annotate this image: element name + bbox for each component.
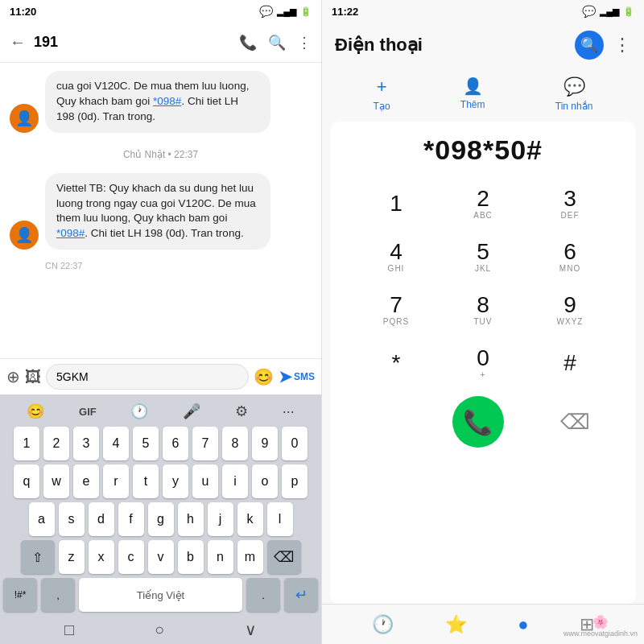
key-d[interactable]: d [89,502,114,536]
key-7[interactable]: 7 [192,427,218,460]
key-shift[interactable]: ⇧ [21,540,55,574]
key-enter[interactable]: ↵ [284,578,318,612]
key-y[interactable]: y [163,464,188,498]
input-toolbar: ⊕ 🖼 😊 ➤ SMS [0,358,321,394]
key-delete[interactable]: ⌫ [267,540,301,574]
status-icons-left: 💬 ▂▄▆ 🔋 [259,5,312,18]
settings-tool[interactable]: ⚙ [235,402,248,420]
key-u[interactable]: u [192,464,218,498]
keypad-grid: 1 2 ABC 3 DEF 4 GHI 5 JKL 6 MNO [354,179,612,388]
add-icon[interactable]: ⊕ [6,367,20,386]
key-v[interactable]: v [148,540,174,574]
battery-icon: 🔋 [300,6,312,17]
key-dial-6[interactable]: 6 MNO [528,232,612,282]
search-circle-button[interactable]: 🔍 [575,31,604,60]
key-q[interactable]: q [14,464,39,498]
nav-favorites[interactable]: ⭐ [445,614,467,635]
chat-header: ← 191 📞 🔍 ⋮ [0,23,321,63]
key-6[interactable]: 6 [163,427,188,460]
key-p[interactable]: p [282,464,308,498]
message-bubble-2: Viettel TB: Quy khach da su dung het luu… [45,173,270,250]
key-dial-1[interactable]: 1 [354,179,438,229]
message-group-2: 👤 Viettel TB: Quy khach da su dung het l… [10,173,312,250]
key-dial-3[interactable]: 3 DEF [528,179,612,229]
gif-tool[interactable]: GIF [79,406,97,418]
backspace-button[interactable]: ⌫ [552,402,598,443]
keyboard-toolbar: 😊 GIF 🕐 🎤 ⚙ ··· [3,399,318,427]
key-b[interactable]: b [178,540,204,574]
key-f[interactable]: f [118,502,144,536]
emoji-icon[interactable]: 😊 [254,367,274,386]
send-button[interactable]: ➤ SMS [279,367,315,386]
search-button-left[interactable]: 🔍 [268,34,286,52]
key-w[interactable]: w [43,464,69,498]
key-e[interactable]: e [73,464,99,498]
key-h[interactable]: h [178,502,204,536]
nav-contacts[interactable]: ● [518,614,528,635]
image-icon[interactable]: 🖼 [25,368,41,386]
kb-row-z: ⇧ z x c v b n m ⌫ [3,540,318,574]
nav-recent-calls[interactable]: 🕐 [372,614,394,635]
key-g[interactable]: g [148,502,174,536]
key-a[interactable]: a [29,502,55,536]
key-i[interactable]: i [222,464,248,498]
key-dial-5[interactable]: 5 JKL [441,232,525,282]
key-r[interactable]: r [103,464,129,498]
back-button[interactable]: ← [10,33,26,52]
key-dial-9[interactable]: 9 WXYZ [528,285,612,335]
key-symbols[interactable]: !#* [3,578,37,612]
key-n[interactable]: n [208,540,233,574]
key-dial-8[interactable]: 8 TUV [441,285,525,335]
key-t[interactable]: t [133,464,159,498]
key-0[interactable]: 0 [282,427,308,460]
key-s[interactable]: s [59,502,85,536]
key-l[interactable]: l [267,502,293,536]
key-m[interactable]: m [237,540,263,574]
key-dial-7[interactable]: 7 PQRS [354,285,438,335]
nav-square-left[interactable]: □ [64,621,74,639]
call-button[interactable]: 📞 [239,34,257,52]
key-k[interactable]: k [237,502,263,536]
key-2[interactable]: 2 [43,427,69,460]
nav-circle-left[interactable]: ○ [155,621,164,639]
add-action[interactable]: 👤 Thêm [460,76,485,112]
key-dial-4[interactable]: 4 GHI [354,232,438,282]
create-action[interactable]: + Tạo [374,76,390,112]
key-dial-star[interactable]: * [354,338,438,388]
key-9[interactable]: 9 [252,427,278,460]
key-period[interactable]: . [246,578,280,612]
key-dial-2[interactable]: 2 ABC [441,179,525,229]
key-comma[interactable]: , [41,578,75,612]
message-bubble-1: cua goi V120C. De mua them luu luong, Qu… [45,71,270,133]
key-8[interactable]: 8 [222,427,248,460]
send-arrow-icon: ➤ [279,367,292,386]
more-button-left[interactable]: ⋮ [297,34,312,52]
key-4[interactable]: 4 [103,427,129,460]
link-2[interactable]: *098# [56,227,85,239]
more-button-right[interactable]: ⋮ [613,35,631,56]
key-dial-hash[interactable]: # [528,338,612,388]
mic-tool[interactable]: 🎤 [183,402,200,420]
message-input[interactable] [46,364,249,390]
key-1[interactable]: 1 [14,427,39,460]
call-button-dialer[interactable]: 📞 [452,396,504,448]
more-tool[interactable]: ··· [283,403,295,420]
emoji-tool[interactable]: 😊 [27,402,44,420]
key-3[interactable]: 3 [73,427,99,460]
clock-tool[interactable]: 🕐 [130,402,148,420]
key-space[interactable]: Tiếng Việt [79,578,242,612]
key-z[interactable]: z [59,540,85,574]
keyboard-rows: 1 2 3 4 5 6 7 8 9 0 q w e r t y u i [3,427,318,612]
key-c[interactable]: c [118,540,144,574]
key-x[interactable]: x [89,540,114,574]
message-action[interactable]: 💬 Tin nhắn [555,76,593,112]
nav-back-left[interactable]: ∨ [245,620,257,639]
message-icon: 💬 [564,76,585,97]
key-j[interactable]: j [208,502,233,536]
create-label: Tạo [374,101,390,112]
dialer-display: *098*50# [423,134,543,166]
key-dial-0[interactable]: 0 + [441,338,525,388]
key-o[interactable]: o [252,464,278,498]
key-5[interactable]: 5 [133,427,159,460]
link-1[interactable]: *098# [153,95,181,107]
